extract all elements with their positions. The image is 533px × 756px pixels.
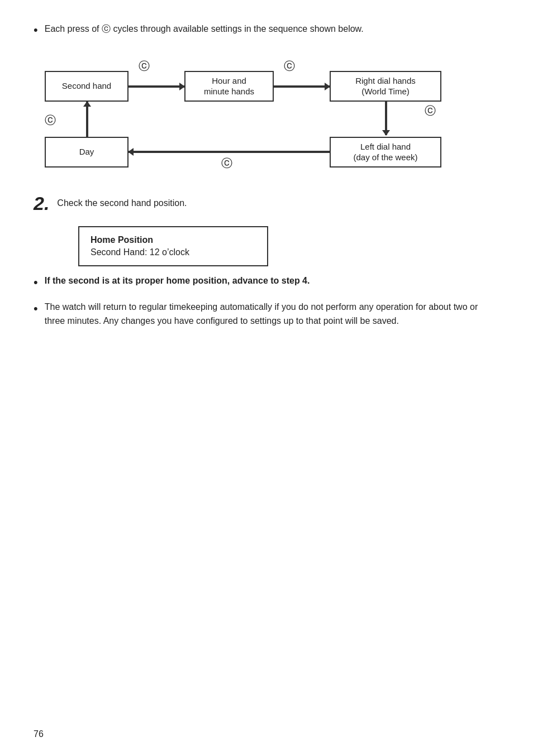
- bullet-item-2: • The watch will return to regular timek…: [34, 300, 499, 328]
- intro-bullet: • Each press of ⓒ cycles through availab…: [34, 22, 499, 39]
- bullet-dot: •: [34, 22, 38, 39]
- c-symbol-3: ⓒ: [425, 103, 436, 118]
- c-symbol-2: ⓒ: [284, 59, 295, 74]
- section-bullets: • If the second is at its proper home po…: [34, 274, 499, 328]
- box-second-hand: Second hand: [45, 71, 129, 102]
- arrow-5: [86, 102, 88, 137]
- intro-text: Each press of ⓒ cycles through available…: [45, 22, 364, 36]
- c-symbol-4: ⓒ: [221, 156, 232, 171]
- c-symbol-5: ⓒ: [45, 113, 56, 128]
- info-box: Home Position Second Hand: 12 o’clock: [78, 226, 268, 266]
- bullet-dot-1: •: [34, 274, 38, 291]
- arrow-2: [274, 85, 330, 88]
- bullet-text-2: The watch will return to regular timekee…: [45, 300, 499, 328]
- bullet-text-1: If the second is at its proper home posi…: [45, 274, 310, 288]
- step-number: 2.: [34, 194, 49, 213]
- step-2-container: 2. Check the second hand position.: [34, 194, 499, 213]
- step-text: Check the second hand position.: [57, 194, 187, 208]
- bullet-item-1: • If the second is at its proper home po…: [34, 274, 499, 291]
- info-box-body: Second Hand: 12 o’clock: [91, 247, 256, 257]
- arrow-1: [129, 85, 184, 88]
- box-right-dial: Right dial hands(World Time): [330, 71, 441, 102]
- info-box-title: Home Position: [91, 235, 256, 245]
- arrow-4: [129, 151, 330, 153]
- box-hour-minute: Hour andminute hands: [184, 71, 274, 102]
- box-day: Day: [45, 137, 129, 168]
- arrow-3: [385, 102, 387, 135]
- c-symbol-1: ⓒ: [139, 59, 150, 74]
- sequence-diagram: Second hand ⓒ Hour andminute hands ⓒ Rig…: [34, 54, 492, 177]
- page-number: 76: [34, 729, 44, 739]
- bullet-dot-2: •: [34, 300, 38, 317]
- box-left-dial: Left dial hand(day of the week): [330, 137, 441, 168]
